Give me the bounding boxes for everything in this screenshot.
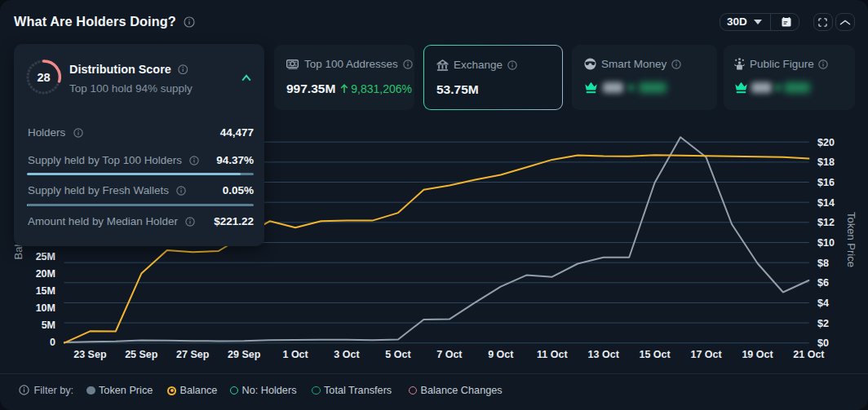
- svg-text:17 Oct: 17 Oct: [690, 349, 722, 360]
- svg-text:13 Oct: 13 Oct: [588, 349, 620, 360]
- svg-text:$16: $16: [817, 177, 835, 188]
- svg-text:$14: $14: [817, 197, 835, 209]
- svg-text:20M: 20M: [36, 268, 55, 280]
- svg-text:25M: 25M: [36, 251, 55, 262]
- svg-text:10M: 10M: [36, 302, 55, 314]
- svg-text:19 Oct: 19 Oct: [742, 349, 773, 360]
- svg-text:5 Oct: 5 Oct: [385, 349, 411, 360]
- svg-text:$10: $10: [817, 237, 835, 249]
- svg-text:$0: $0: [817, 337, 829, 349]
- svg-text:$6: $6: [817, 277, 829, 289]
- svg-text:15 Oct: 15 Oct: [639, 349, 671, 360]
- svg-text:1 Oct: 1 Oct: [282, 349, 308, 360]
- svg-text:0: 0: [50, 337, 55, 348]
- svg-text:28: 28: [37, 71, 50, 84]
- svg-text:15M: 15M: [36, 285, 55, 297]
- svg-text:$12: $12: [817, 217, 835, 228]
- svg-text:$20: $20: [817, 137, 835, 148]
- svg-text:23 Sep: 23 Sep: [73, 349, 107, 360]
- svg-text:27 Sep: 27 Sep: [176, 349, 210, 360]
- svg-text:Token Price: Token Price: [845, 212, 857, 267]
- svg-text:5M: 5M: [42, 320, 55, 331]
- svg-text:3 Oct: 3 Oct: [334, 349, 360, 360]
- svg-text:11 Oct: 11 Oct: [537, 349, 568, 360]
- svg-text:7 Oct: 7 Oct: [436, 349, 463, 360]
- svg-text:$2: $2: [817, 318, 829, 329]
- svg-text:29 Sep: 29 Sep: [228, 349, 261, 360]
- svg-text:$4: $4: [817, 298, 829, 309]
- svg-text:25 Sep: 25 Sep: [125, 349, 158, 360]
- svg-text:$18: $18: [817, 157, 835, 168]
- svg-text:9 Oct: 9 Oct: [488, 349, 514, 360]
- svg-text:21 Oct: 21 Oct: [793, 349, 825, 360]
- svg-text:$8: $8: [817, 258, 829, 269]
